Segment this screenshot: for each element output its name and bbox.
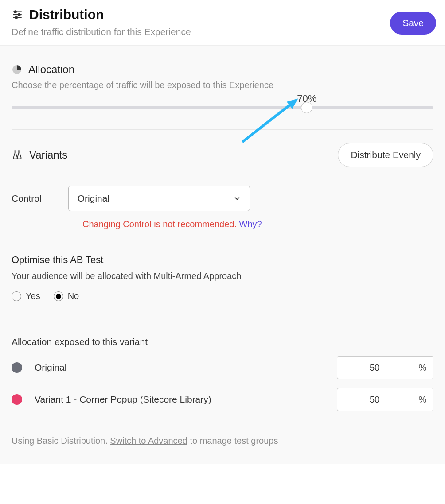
percent-unit: % — [412, 388, 433, 411]
save-button[interactable]: Save — [390, 12, 436, 35]
variant-allocation-input[interactable] — [337, 356, 412, 379]
variants-header: Variants Distribute Evenly — [12, 143, 433, 167]
allocation-title: Allocation — [28, 63, 74, 76]
radio-dot — [56, 294, 61, 299]
control-warning-text: Changing Control is not recommended. — [82, 219, 237, 229]
svg-point-3 — [18, 14, 20, 16]
divider — [12, 129, 433, 130]
variants-title: Variants — [29, 149, 67, 161]
optimise-description: Your audience will be allocated with Mul… — [12, 271, 433, 281]
control-row: Control Original — [12, 186, 433, 211]
annotation-arrow-icon — [238, 93, 303, 148]
allocation-row: Variant 1 - Corner Popup (Sitecore Libra… — [12, 388, 433, 411]
allocation-description: Choose the percentage of traffic will be… — [12, 80, 433, 90]
percent-unit: % — [412, 356, 433, 379]
variant-name: Variant 1 - Corner Popup (Sitecore Libra… — [35, 394, 211, 405]
title-row: Distribution — [12, 7, 191, 22]
allocation-row: Original % — [12, 356, 433, 379]
radio-yes-label: Yes — [26, 291, 40, 301]
body-area: Allocation Choose the percentage of traf… — [0, 46, 445, 464]
radio-no-label: No — [68, 291, 79, 301]
svg-line-6 — [242, 104, 291, 142]
svg-point-1 — [15, 11, 16, 12]
pie-chart-icon — [12, 64, 22, 75]
footer-prefix: Using Basic Distribution. — [12, 436, 110, 446]
slider-track — [12, 106, 433, 109]
radio-yes[interactable]: Yes — [12, 291, 40, 301]
page-title: Distribution — [29, 7, 104, 22]
sliders-icon — [12, 9, 23, 20]
why-link[interactable]: Why? — [239, 219, 262, 229]
distribute-evenly-button[interactable]: Distribute Evenly — [338, 143, 433, 167]
variant-color-dot — [12, 362, 22, 373]
slider-fill — [12, 106, 307, 109]
optimise-radio-group: Yes No — [12, 291, 433, 301]
footer-note: Using Basic Distribution. Switch to Adva… — [12, 436, 433, 446]
control-warning-row: Changing Control is not recommended. Why… — [82, 219, 433, 229]
radio-circle — [12, 291, 21, 301]
allocation-table-title: Allocation exposed to this variant — [12, 337, 433, 347]
switch-to-advanced-link[interactable]: Switch to Advanced — [110, 436, 187, 446]
page-header: Distribution Define traffic distribution… — [0, 0, 445, 46]
slider-thumb[interactable] — [301, 102, 312, 113]
allocation-header: Allocation — [12, 63, 433, 76]
optimise-block: Optimise this AB Test Your audience will… — [12, 254, 433, 301]
control-selected-value: Original — [78, 193, 109, 204]
page-subtitle: Define traffic distribution for this Exp… — [12, 27, 191, 37]
header-left: Distribution Define traffic distribution… — [12, 7, 191, 37]
allocation-rows: Original % Variant 1 - Corner Popup (Sit… — [12, 356, 433, 411]
flask-icon — [12, 149, 23, 161]
variant-name: Original — [35, 362, 66, 373]
control-label: Control — [12, 193, 42, 204]
optimise-title: Optimise this AB Test — [12, 254, 433, 266]
allocation-slider[interactable]: 70% — [12, 106, 433, 109]
radio-circle — [54, 291, 63, 301]
chevron-down-icon — [233, 194, 242, 203]
footer-suffix: to manage test groups — [187, 436, 278, 446]
variant-color-dot — [12, 394, 22, 405]
radio-no[interactable]: No — [54, 291, 79, 301]
control-select[interactable]: Original — [68, 186, 250, 211]
svg-point-5 — [16, 16, 17, 18]
variant-allocation-input[interactable] — [337, 388, 412, 411]
